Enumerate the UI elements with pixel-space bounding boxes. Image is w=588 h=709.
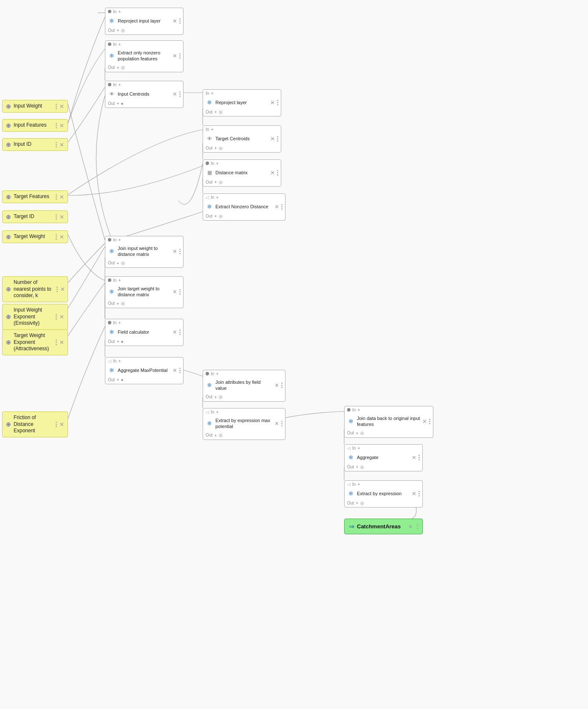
node-menu-join-data-back[interactable]	[429, 419, 430, 424]
param-num-nearest[interactable]: ⊕ Number of nearest points to consider, …	[2, 276, 68, 302]
param-target-id[interactable]: ⊕ Target ID ✕	[2, 210, 68, 223]
node-close-extract-by-expr-max[interactable]: ✕	[274, 421, 279, 426]
param-close-target-id[interactable]: ✕	[59, 214, 64, 220]
param-close-input-id[interactable]: ✕	[59, 142, 64, 147]
param-friction-dist[interactable]: ⊕ Friction of Distance Exponent ✕	[2, 411, 68, 437]
port-in-plus-input-centroids[interactable]: +	[118, 82, 121, 87]
node-menu-join-target-weight[interactable]	[179, 289, 181, 295]
out-plus-reproject-input[interactable]: +	[116, 28, 119, 33]
param-menu-friction-dist[interactable]	[56, 422, 57, 427]
node-menu-reproject-layer[interactable]	[277, 100, 278, 105]
node-close-aggregate-max[interactable]: ✕	[172, 368, 177, 373]
out-plus-join-target-weight[interactable]: +	[116, 301, 119, 306]
node-menu-join-input-weight[interactable]	[179, 249, 181, 254]
port-in-plus-aggregate-max[interactable]: +	[118, 358, 121, 363]
node-menu-extract-by-expr[interactable]	[418, 491, 420, 496]
param-menu-target-features[interactable]	[56, 194, 57, 200]
node-menu-target-centroids[interactable]	[277, 136, 278, 142]
node-close-input-centroids[interactable]: ✕	[172, 91, 177, 97]
port-in-plus-join-input-weight[interactable]: +	[118, 237, 121, 242]
port-in-plus-join-data-back[interactable]: +	[357, 407, 360, 412]
node-close-join-target-weight[interactable]: ✕	[172, 289, 177, 295]
param-input-weight-exp[interactable]: ⊕ Input Weight Exponent (Emissivity) ✕	[2, 304, 68, 330]
param-close-friction-dist[interactable]: ✕	[59, 422, 64, 427]
param-input-id[interactable]: ⊕ Input ID ✕	[2, 138, 68, 151]
node-close-catchment-areas[interactable]: ✕	[408, 524, 413, 529]
node-close-target-centroids[interactable]: ✕	[270, 136, 275, 142]
param-menu-target-weight-exp[interactable]	[56, 340, 57, 345]
node-close-extract-nonzero-dist[interactable]: ✕	[274, 204, 279, 210]
port-in-plus-join-attributes[interactable]: +	[216, 371, 218, 376]
node-close-reproject-layer[interactable]: ✕	[270, 100, 275, 105]
node-close-join-attributes[interactable]: ✕	[274, 383, 279, 388]
param-menu-input-features[interactable]	[56, 123, 57, 128]
node-menu-reproject-input[interactable]	[179, 18, 181, 24]
node-close-join-data-back[interactable]: ✕	[422, 419, 427, 424]
node-menu-catchment-areas[interactable]	[417, 524, 418, 529]
node-menu-distance-matrix[interactable]	[277, 170, 278, 176]
port-in-plus-reproject-layer[interactable]: +	[211, 91, 213, 96]
node-menu-field-calculator[interactable]	[179, 329, 181, 335]
port-in-plus[interactable]: +	[118, 9, 121, 14]
param-menu-input-id[interactable]	[56, 142, 57, 147]
port-in-plus-field-calculator[interactable]: +	[118, 320, 121, 325]
node-menu-aggregate[interactable]	[418, 455, 420, 460]
out-plus-join-input-weight[interactable]: +	[116, 261, 119, 266]
param-menu-input-weight[interactable]	[56, 104, 57, 109]
out-plus-target-centroids[interactable]: +	[214, 145, 217, 150]
out-plus-aggregate[interactable]: +	[356, 464, 358, 469]
out-plus-extract-by-expr-max[interactable]: +	[214, 433, 217, 438]
node-close-aggregate[interactable]: ✕	[412, 455, 416, 460]
param-menu-target-id[interactable]	[56, 214, 57, 220]
port-in-plus-extract-by-expr-max[interactable]: +	[216, 409, 218, 414]
param-target-features[interactable]: ⊕ Target Features ✕	[2, 190, 68, 203]
port-in-plus-aggregate[interactable]: +	[357, 445, 360, 451]
node-close-reproject-input[interactable]: ✕	[172, 18, 177, 24]
param-close-target-weight[interactable]: ✕	[59, 234, 64, 240]
param-target-weight-exp[interactable]: ⊕ Target Weight Exponent (Attractiveness…	[2, 329, 68, 355]
port-in-plus-extract-by-expr[interactable]: +	[357, 482, 360, 487]
port-in-plus-extract-nonzero-dist[interactable]: +	[216, 195, 218, 200]
node-menu-extract-nonzero-dist[interactable]	[281, 204, 283, 210]
port-in-plus-distance-matrix[interactable]: +	[216, 161, 218, 166]
node-menu-join-attributes[interactable]	[281, 383, 283, 388]
param-close-input-features[interactable]: ✕	[59, 123, 64, 128]
node-close-extract-by-expr[interactable]: ✕	[412, 491, 416, 496]
snowflake-icon-join-data-back: ❄	[347, 417, 355, 425]
node-close-join-input-weight[interactable]: ✕	[172, 249, 177, 254]
out-plus-extract-nonzero[interactable]: +	[116, 65, 119, 70]
port-in-plus-target-centroids[interactable]: +	[211, 127, 213, 132]
param-menu-input-weight-exp[interactable]	[56, 314, 57, 320]
out-plus-aggregate-max[interactable]: +	[116, 377, 119, 382]
out-plus-reproject-layer[interactable]: +	[214, 109, 217, 114]
out-plus-join-data-back[interactable]: +	[356, 431, 358, 436]
param-close-target-weight-exp[interactable]: ✕	[59, 340, 64, 345]
node-menu-extract-nonzero[interactable]	[179, 53, 181, 59]
out-plus-join-attributes[interactable]: +	[214, 394, 217, 400]
param-close-target-features[interactable]: ✕	[59, 194, 64, 200]
param-close-input-weight[interactable]: ✕	[59, 104, 64, 109]
out-plus-extract-nonzero-dist[interactable]: +	[214, 213, 217, 218]
port-in-dot-input-centroids	[108, 83, 111, 86]
node-menu-aggregate-max[interactable]	[179, 368, 181, 373]
out-plus-distance-matrix[interactable]: +	[214, 179, 217, 184]
param-menu-num-nearest[interactable]	[57, 286, 58, 292]
param-input-features[interactable]: ⊕ Input Features ✕	[2, 119, 68, 132]
node-menu-input-centroids[interactable]	[179, 91, 181, 97]
port-in-plus-extract-nonzero[interactable]: +	[118, 42, 121, 47]
snowflake-icon-aggregate-max: ❄	[108, 366, 116, 374]
out-plus-extract-by-expr[interactable]: +	[356, 500, 358, 505]
param-target-weight[interactable]: ⊕ Target Weight ✕	[2, 230, 68, 243]
param-close-num-nearest[interactable]: ✕	[60, 286, 65, 292]
node-close-distance-matrix[interactable]: ✕	[270, 170, 275, 176]
port-in-plus-join-target-weight[interactable]: +	[118, 278, 121, 283]
param-input-weight[interactable]: ⊕ Input Weight ✕	[2, 100, 68, 113]
param-close-input-weight-exp[interactable]: ✕	[59, 314, 64, 320]
out-plus-input-centroids[interactable]: +	[116, 101, 119, 106]
node-menu-extract-by-expr-max[interactable]	[281, 421, 283, 426]
out-plus-field-calculator[interactable]: +	[116, 339, 119, 344]
param-menu-target-weight[interactable]	[56, 234, 57, 240]
node-close-field-calculator[interactable]: ✕	[172, 329, 177, 335]
node-close-extract-nonzero[interactable]: ✕	[172, 53, 177, 59]
node-aggregate: ◁ In + ❄ Aggregate ✕ Out + ◎	[344, 444, 423, 471]
